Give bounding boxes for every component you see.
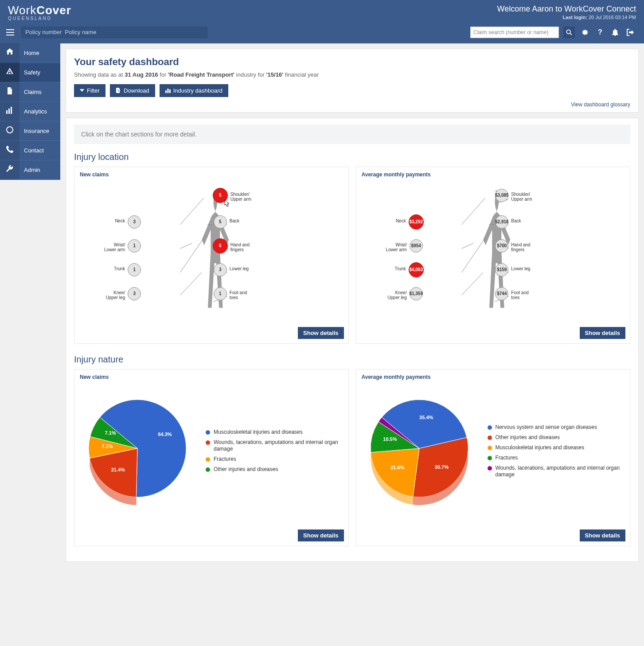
bodymap-bubble-neck[interactable]: $3,292 <box>409 214 424 230</box>
bodymap-bubble-foot[interactable]: 1 <box>214 287 227 300</box>
bars-icon <box>165 88 171 93</box>
injury-location-avg-payments-card: Average monthly payments $3,085Shoulder/… <box>356 167 631 344</box>
download-button[interactable]: Download <box>110 84 155 97</box>
pie-chart[interactable]: 35.4%30.7%21.6%10.5% <box>362 395 477 510</box>
logout-button[interactable] <box>624 27 636 38</box>
card-title: Average monthly payments <box>362 374 625 380</box>
sidebar-item-label: Insurance <box>24 128 49 134</box>
pie-slice[interactable] <box>371 448 419 497</box>
bodymap-bubble-hand[interactable]: $700 <box>495 239 508 253</box>
show-details-button[interactable]: Show details <box>580 327 625 339</box>
bodymap-label-shoulder: Shoulder/Upper arm <box>511 192 532 202</box>
pie-slice-label: 10.5% <box>383 436 397 442</box>
svg-line-26 <box>462 243 473 249</box>
legend-swatch <box>206 467 210 472</box>
settings-button[interactable] <box>579 27 591 38</box>
sidebar-item-label: Analytics <box>24 108 47 115</box>
bodymap-bubble-trunk[interactable]: 1 <box>128 263 141 276</box>
sidebar-item-safety[interactable]: Safety <box>0 63 60 82</box>
filter-button[interactable]: Filter <box>74 84 105 97</box>
bodymap-bubble-trunk[interactable]: $4,083 <box>409 262 424 277</box>
bodymap-label-neck: Neck <box>101 218 125 223</box>
sidebar-item-label: Contact <box>24 147 44 154</box>
sidebar-item-contact[interactable]: Contact <box>0 141 60 160</box>
bodymap-bubble-wrist[interactable]: 1 <box>128 239 141 253</box>
legend-item: Other injuries and diseases <box>206 466 343 473</box>
sidebar-item-label: Claims <box>24 89 42 95</box>
svg-line-28 <box>462 272 483 295</box>
bodymap-label-lowerleg: Lower leg <box>511 266 530 271</box>
bodymap-label-lowerleg: Lower leg <box>230 266 249 271</box>
pie-chart[interactable]: 64.3%21.4%7.1%7.1% <box>80 395 195 510</box>
legend-label: Other injuries and diseases <box>496 434 560 441</box>
legend-item: Wounds, lacerations, amputations and int… <box>488 465 625 478</box>
sidebar-item-admin[interactable]: Admin <box>0 160 60 180</box>
bodymap-bubble-hand[interactable]: 6 <box>213 238 228 253</box>
svg-rect-1 <box>6 32 14 33</box>
hamburger-icon[interactable] <box>4 26 17 39</box>
section-title-injury-nature: Injury nature <box>74 354 630 365</box>
legend-swatch <box>206 440 210 445</box>
help-button[interactable]: ? <box>594 27 606 38</box>
dashboard-body-panel: Click on the chart sections for more det… <box>66 118 639 562</box>
legend-swatch <box>488 466 492 471</box>
bodymap-bubble-lowerleg[interactable]: 3 <box>214 263 227 276</box>
legend-label: Nervous system and sense organ diseases <box>496 424 597 431</box>
pie-slice-label: 64.3% <box>158 431 172 436</box>
bodymap-bubble-lowerleg[interactable]: $159 <box>495 263 508 276</box>
header-toolbar: ? <box>0 23 644 43</box>
bodymap-label-knee: Knee/Upper leg <box>101 290 125 300</box>
warning-icon <box>6 68 13 77</box>
bodymap-label-trunk: Trunk <box>382 266 406 271</box>
bodymap-bubble-shoulder[interactable]: $3,085 <box>495 189 508 202</box>
bodymap-label-neck: Neck <box>382 218 406 223</box>
sidebar-item-analytics[interactable]: Analytics <box>0 102 60 121</box>
bodymap-label-wrist: Wrist/Lower arm <box>101 242 125 252</box>
sidebar-item-label: Admin <box>24 167 40 173</box>
show-details-button[interactable]: Show details <box>580 529 625 541</box>
bodymap-bubble-knee[interactable]: 3 <box>128 287 141 300</box>
svg-rect-7 <box>11 107 12 114</box>
legend-swatch <box>488 425 492 430</box>
pie-slice-label: 7.1% <box>101 443 113 448</box>
bodymap-label-hand: Hand andfingers <box>511 242 530 252</box>
svg-line-19 <box>180 272 201 295</box>
bodymap-bubble-back[interactable]: 5 <box>214 215 227 229</box>
claim-search-button[interactable] <box>563 27 575 38</box>
policy-search-input[interactable] <box>21 27 207 38</box>
bodymap-label-foot: Foot andtoes <box>511 290 528 300</box>
sidebar-item-insurance[interactable]: Insurance <box>0 121 60 141</box>
sidebar-item-home[interactable]: Home <box>0 43 60 63</box>
sidebar-item-label: Home <box>24 50 39 56</box>
bodymap-bubble-neck[interactable]: 3 <box>128 215 141 229</box>
brand: WorkCover QUEENSLAND <box>8 4 71 21</box>
legend-swatch <box>206 430 210 435</box>
bodymap-bubble-shoulder[interactable]: 5 <box>213 188 228 203</box>
top-header: WorkCover QUEENSLAND Welcome Aaron to Wo… <box>0 0 644 23</box>
pie-slice-label: 7.1% <box>105 430 116 436</box>
legend-item: Nervous system and sense organ diseases <box>488 424 625 431</box>
bodymap-bubble-knee[interactable]: $1,359 <box>410 287 423 300</box>
legend-label: Fractures <box>214 456 236 463</box>
home-icon <box>6 48 13 57</box>
industry-dashboard-button[interactable]: Industry dashboard <box>160 84 228 97</box>
svg-line-18 <box>180 235 205 272</box>
claim-search-input[interactable] <box>470 27 559 38</box>
bodymap-bubble-foot[interactable]: $744 <box>495 287 508 300</box>
svg-rect-8 <box>165 90 167 93</box>
svg-line-25 <box>462 198 485 225</box>
glossary-link[interactable]: View dashboard glossary <box>571 101 630 108</box>
bodymap-bubble-wrist[interactable]: $954 <box>410 239 423 253</box>
help-icon: ? <box>598 28 602 36</box>
svg-rect-0 <box>6 29 14 30</box>
pie-slice-label: 30.7% <box>434 464 448 470</box>
sidebar-item-claims[interactable]: Claims <box>0 82 60 102</box>
notifications-button[interactable] <box>609 27 621 38</box>
svg-line-16 <box>180 198 203 225</box>
last-login: Last login: 20 Jul 2016 03:14 PM <box>497 15 636 20</box>
section-title-injury-location: Injury location <box>74 152 630 162</box>
show-details-button[interactable]: Show details <box>298 327 343 339</box>
legend-item: Other injuries and diseases <box>488 434 625 441</box>
bodymap-bubble-back[interactable]: $2,916 <box>495 215 508 229</box>
show-details-button[interactable]: Show details <box>298 529 343 541</box>
